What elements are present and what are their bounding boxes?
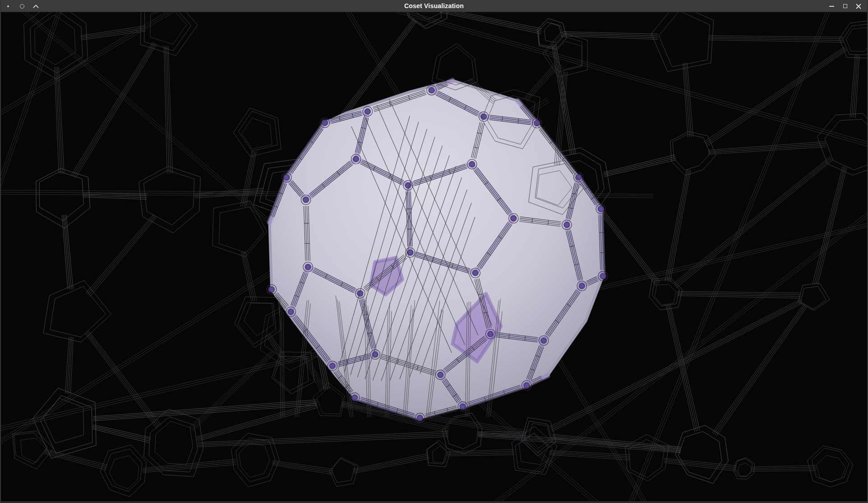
close-button[interactable] (852, 0, 865, 12)
window-bottom-border (1, 501, 867, 503)
app-window: Coset Visualization (0, 0, 868, 503)
window-controls (825, 0, 865, 12)
circle-icon[interactable] (15, 0, 29, 12)
titlebar[interactable]: Coset Visualization (1, 0, 867, 12)
titlebar-left-icons (1, 0, 43, 12)
coset-ball (267, 80, 608, 423)
window-title: Coset Visualization (1, 2, 867, 9)
dot-icon[interactable] (1, 0, 15, 12)
3d-viewport[interactable] (1, 12, 868, 501)
chevron-up-icon[interactable] (29, 0, 43, 12)
maximize-button[interactable] (838, 0, 852, 12)
coset-visualization-canvas[interactable] (1, 12, 868, 501)
minimize-button[interactable] (825, 0, 838, 12)
